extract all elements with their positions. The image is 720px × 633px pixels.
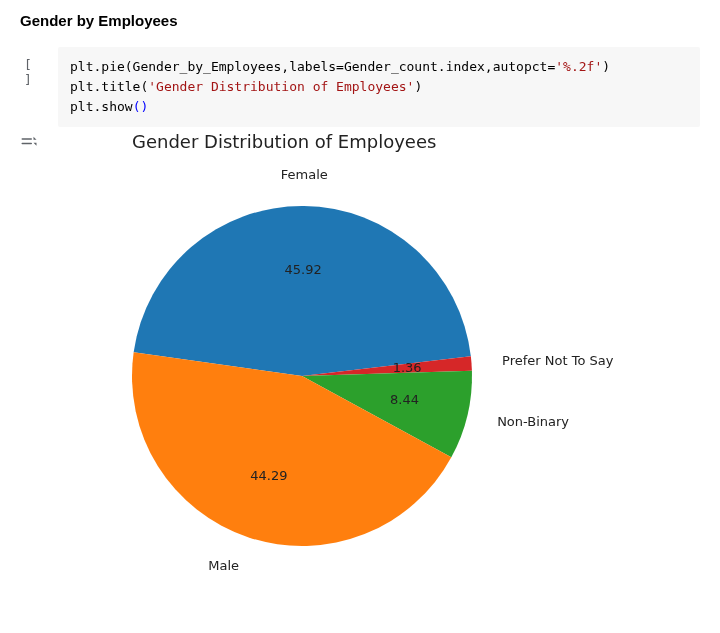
pie-category-label: Female (281, 167, 328, 182)
pie-percent-label: 8.44 (390, 392, 419, 407)
code-block[interactable]: plt.pie(Gender_by_Employees,labels=Gende… (58, 47, 700, 127)
chart-title: Gender Distribution of Employees (92, 131, 700, 152)
section-heading: Gender by Employees (20, 12, 700, 29)
pie-chart: 45.92Female1.36Prefer Not To Say8.44Non-… (92, 156, 652, 586)
pie-percent-label: 45.92 (285, 263, 322, 278)
chart-output: Gender Distribution of Employees 45.92Fe… (58, 131, 700, 586)
output-row: Gender Distribution of Employees 45.92Fe… (20, 131, 700, 586)
pie-category-label: Non-Binary (497, 414, 569, 429)
cell-prompt: [ ] (20, 47, 48, 87)
pie-slice (134, 206, 471, 376)
pie-category-label: Male (208, 558, 239, 573)
code-cell: [ ] plt.pie(Gender_by_Employees,labels=G… (20, 47, 700, 127)
output-toggle-icon[interactable] (20, 131, 48, 151)
pie-percent-label: 44.29 (250, 468, 287, 483)
pie-category-label: Prefer Not To Say (502, 353, 614, 368)
